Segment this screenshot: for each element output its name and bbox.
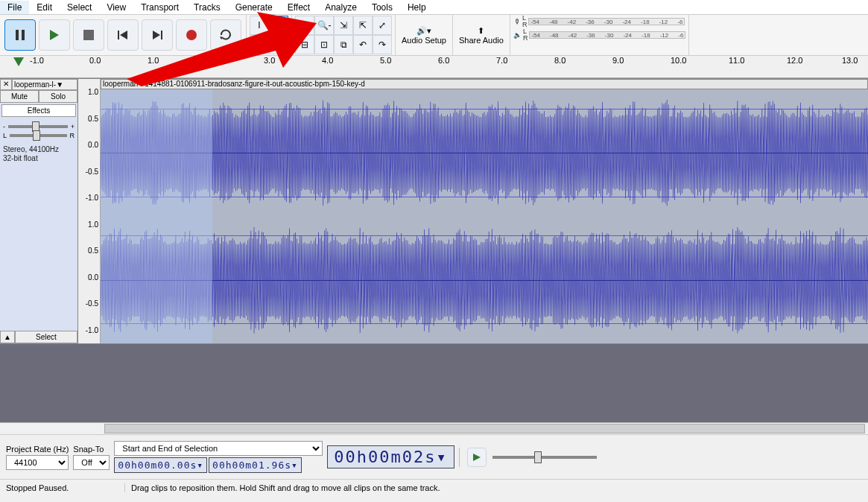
- status-hint: Drag clips to reposition them. Hold Shif…: [125, 483, 440, 492]
- play-button[interactable]: [39, 19, 70, 51]
- tick-label: 9.0: [612, 56, 624, 65]
- record-button[interactable]: [176, 19, 207, 51]
- waveform-path-right: [101, 217, 868, 344]
- sync-lock-icon[interactable]: ⧉: [334, 35, 353, 54]
- tick-label: 8.0: [554, 56, 566, 65]
- gain-plus-label: +: [71, 123, 75, 130]
- pan-l-label: L: [3, 132, 7, 139]
- playback-speed-slider[interactable]: [492, 456, 597, 459]
- track-format-info: Stereo, 44100Hz32-bit float: [0, 144, 77, 165]
- project-rate-select[interactable]: 44100: [6, 455, 69, 470]
- zoom-tools: 🔍+ 🔍- ⇲ ⇱ ⤢ ⊟ ⊡ ⧉ ↶ ↷: [292, 15, 396, 55]
- collapse-button[interactable]: ▲: [0, 331, 15, 343]
- menu-view[interactable]: View: [99, 1, 133, 14]
- draw-tool-icon[interactable]: ✎: [250, 35, 269, 54]
- menu-effect[interactable]: Effect: [280, 1, 317, 14]
- transport-controls: [0, 15, 247, 55]
- menu-file[interactable]: File: [0, 1, 29, 14]
- menu-generate[interactable]: Generate: [228, 1, 280, 14]
- fit-selection-icon[interactable]: ⇲: [334, 16, 353, 35]
- pan-slider[interactable]: [10, 134, 66, 137]
- tick-label: 3.0: [264, 56, 275, 65]
- speaker-icon[interactable]: 🔈: [513, 31, 522, 39]
- tick-label: 12.0: [787, 56, 802, 65]
- selection-end-time[interactable]: 00h00m01.96s▾: [209, 457, 302, 473]
- track-control-panel: ✕ looperman-l-▼ Mute Solo Effects -+ LR …: [0, 79, 78, 343]
- waveform-path-left: [101, 89, 868, 217]
- close-track-button[interactable]: ✕: [0, 79, 12, 90]
- svg-marker-12: [13, 57, 24, 66]
- undo-icon[interactable]: ↶: [353, 35, 373, 54]
- svg-rect-1: [22, 30, 25, 40]
- mute-button[interactable]: Mute: [0, 90, 39, 103]
- selection-tool-icon[interactable]: I: [250, 16, 269, 35]
- horizontal-scrollbar[interactable]: [0, 422, 868, 434]
- amplitude-ruler: 1.00.50.0-0.5-1.0 1.00.50.0-0.5-1.0: [78, 79, 101, 343]
- menu-transport[interactable]: Transport: [133, 1, 186, 14]
- loop-button[interactable]: [210, 19, 241, 51]
- empty-track-space[interactable]: [0, 344, 868, 422]
- track-name-dropdown[interactable]: looperman-l-▼: [12, 79, 77, 90]
- toolbar: I ✎ ✳ 🔍+ 🔍- ⇲ ⇱ ⤢ ⊟ ⊡ ⧉ ↶ ↷ 🔊▾ Audio Set…: [0, 15, 868, 56]
- zoom-in-icon[interactable]: 🔍+: [295, 16, 314, 35]
- track-area: ✕ looperman-l-▼ Mute Solo Effects -+ LR …: [0, 78, 868, 344]
- svg-point-8: [186, 30, 197, 40]
- project-rate-label: Project Rate (Hz): [6, 445, 69, 454]
- solo-button[interactable]: Solo: [39, 90, 77, 103]
- tick-label: 0.0: [89, 56, 101, 65]
- upload-icon: ⬆: [478, 26, 484, 36]
- svg-marker-5: [120, 31, 127, 39]
- timeline-ruler[interactable]: -1.0 0.0 1.0 2.0 3.0 4.0 5.0 6.0 7.0 8.0…: [0, 56, 868, 78]
- redo-icon[interactable]: ↷: [373, 35, 392, 54]
- zoom-out-icon[interactable]: 🔍-: [314, 16, 334, 35]
- tick-label: 6.0: [438, 56, 449, 65]
- mic-icon[interactable]: 🎙: [514, 18, 521, 25]
- playhead-icon[interactable]: [13, 57, 24, 66]
- silence-icon[interactable]: ⊡: [314, 35, 334, 54]
- skip-start-button[interactable]: [107, 19, 139, 51]
- menu-tools[interactable]: Tools: [364, 1, 400, 14]
- svg-rect-0: [16, 30, 19, 40]
- tick-label: 11.0: [729, 56, 744, 65]
- zoom-toggle-icon[interactable]: ⤢: [373, 16, 392, 35]
- svg-rect-4: [118, 31, 119, 39]
- select-track-button[interactable]: Select: [15, 331, 77, 343]
- stop-button[interactable]: [73, 19, 104, 51]
- pan-r-label: R: [70, 132, 75, 139]
- menu-tracks[interactable]: Tracks: [186, 1, 228, 14]
- audio-position-time[interactable]: 00h00m02s▾: [327, 445, 454, 468]
- waveform-left-channel[interactable]: [101, 89, 868, 217]
- tick-label: 7.0: [496, 56, 507, 65]
- tick-label: 1.0: [148, 56, 159, 65]
- selection-range-mode[interactable]: Start and End of Selection: [114, 441, 323, 456]
- share-audio-button[interactable]: ⬆ Share Audio: [453, 15, 510, 55]
- menu-edit[interactable]: Edit: [29, 1, 60, 14]
- play-at-speed-button[interactable]: [467, 448, 487, 467]
- playback-meter-bar[interactable]: -54-48-42-36-30-24-18-12-6: [529, 31, 685, 39]
- envelope-tool-icon[interactable]: [269, 16, 288, 35]
- selection-start-time[interactable]: 00h00m00.00s▾: [114, 457, 207, 473]
- effects-button[interactable]: Effects: [1, 104, 76, 117]
- gain-minus-label: -: [3, 123, 5, 130]
- status-bar: Stopped Paused. Drag clips to reposition…: [0, 479, 868, 495]
- multi-tool-icon[interactable]: ✳: [269, 35, 288, 54]
- speaker-icon: 🔊▾: [416, 26, 431, 36]
- tick-label: 13.0: [842, 56, 858, 65]
- pause-button[interactable]: [4, 19, 36, 51]
- fit-project-icon[interactable]: ⇱: [353, 16, 373, 35]
- menu-select[interactable]: Select: [60, 1, 99, 14]
- clip-title-bar[interactable]: looperman-l-1414881-0106911-bradosanz-fi…: [101, 79, 868, 89]
- gain-slider[interactable]: [8, 125, 68, 128]
- edit-tools: I ✎ ✳: [247, 15, 292, 55]
- trim-icon[interactable]: ⊟: [295, 35, 314, 54]
- skip-end-button[interactable]: [142, 19, 173, 51]
- snap-to-select[interactable]: Off: [73, 455, 110, 470]
- record-meter-bar[interactable]: -54-48-42-36-30-24-18-12-6: [528, 18, 685, 25]
- menu-help[interactable]: Help: [400, 1, 434, 14]
- waveform-view[interactable]: looperman-l-1414881-0106911-bradosanz-fi…: [101, 79, 868, 343]
- audio-setup-button[interactable]: 🔊▾ Audio Setup: [396, 15, 453, 55]
- waveform-right-channel[interactable]: [101, 217, 868, 344]
- tick-label: 5.0: [380, 56, 391, 65]
- status-state: Stopped Paused.: [6, 483, 125, 492]
- menu-analyze[interactable]: Analyze: [317, 1, 364, 14]
